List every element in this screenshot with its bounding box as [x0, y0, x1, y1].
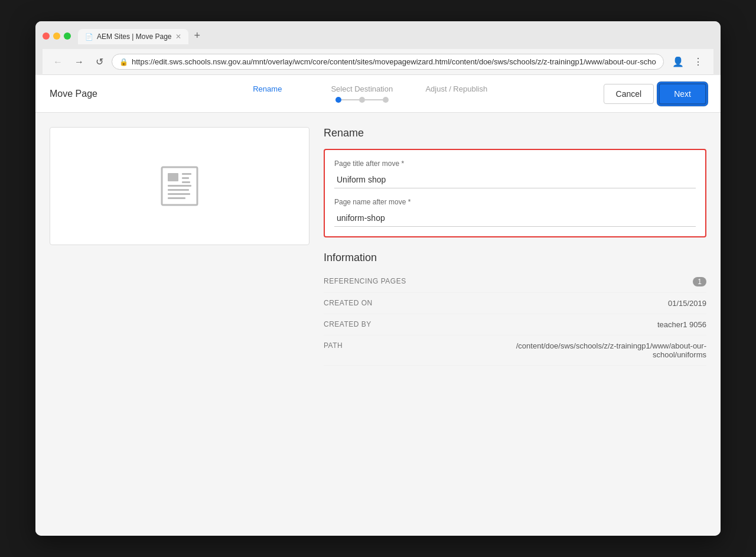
svg-rect-7	[168, 193, 190, 195]
info-row-path: PATH /content/doe/sws/schools/z/z-traini…	[324, 335, 706, 366]
wizard-dot-3	[383, 97, 389, 103]
header-actions: Cancel Next	[604, 83, 706, 105]
rename-form: Page title after move * Page name after …	[324, 149, 706, 237]
traffic-lights	[43, 32, 71, 40]
page-title-label: Page title after move *	[334, 159, 696, 168]
profile-button[interactable]: 👤	[669, 54, 687, 70]
toolbar-actions: 👤 ⋮	[669, 54, 706, 70]
page-name-label: Page name after move *	[334, 198, 696, 206]
created-on-value: 01/15/2019	[668, 299, 706, 308]
forward-button[interactable]: →	[71, 54, 87, 70]
path-label: PATH	[324, 341, 343, 350]
page-title: Move Page	[50, 89, 120, 99]
wizard-dot-1	[335, 97, 341, 103]
svg-rect-5	[168, 185, 191, 187]
browser-toolbar: ← → ↺ 🔒 👤 ⋮	[43, 49, 713, 75]
referencing-badge: 1	[693, 277, 706, 286]
wizard-line-1	[341, 99, 359, 100]
svg-rect-1	[168, 173, 178, 181]
active-tab[interactable]: 📄 AEM Sites | Move Page ✕	[78, 29, 188, 44]
url-input[interactable]	[132, 57, 656, 66]
tab-bar: 📄 AEM Sites | Move Page ✕ +	[78, 27, 205, 44]
rename-section-title: Rename	[324, 127, 706, 139]
page-preview-icon	[156, 162, 203, 210]
created-by-label: CREATED BY	[324, 320, 372, 328]
svg-rect-8	[168, 197, 185, 199]
svg-rect-4	[182, 181, 190, 183]
info-section: Information REFERENCING PAGES 1 CREATED …	[324, 252, 706, 366]
referencing-label: REFERENCING PAGES	[324, 277, 406, 285]
new-tab-button[interactable]: +	[190, 27, 206, 44]
wizard-step-adjust: Adjust / Republish	[409, 84, 504, 93]
next-button[interactable]: Next	[659, 83, 706, 105]
info-section-title: Information	[324, 252, 706, 264]
browser-chrome: 📄 AEM Sites | Move Page ✕ + ← → ↺ 🔒 👤 ⋮	[35, 21, 721, 75]
tab-favicon: 📄	[85, 33, 93, 41]
wizard-line-2	[365, 99, 383, 100]
page-title-input[interactable]	[334, 171, 696, 188]
right-panel: Rename Page title after move * Page name…	[324, 127, 706, 366]
titlebar: 📄 AEM Sites | Move Page ✕ +	[43, 27, 713, 44]
svg-rect-3	[182, 177, 189, 179]
created-on-label: CREATED ON	[324, 299, 373, 307]
browser-window: 📄 AEM Sites | Move Page ✕ + ← → ↺ 🔒 👤 ⋮	[35, 21, 721, 536]
minimize-traffic-light[interactable]	[53, 32, 60, 40]
wizard-steps: Rename Select Destination Adjust / Repub…	[120, 84, 604, 103]
wizard-step-rename: Rename	[220, 84, 315, 93]
app-header: Move Page Rename Select Destination Adju…	[35, 75, 721, 113]
tab-title: AEM Sites | Move Page	[97, 32, 172, 41]
address-bar: 🔒	[112, 54, 664, 70]
refresh-button[interactable]: ↺	[92, 54, 107, 70]
page-name-input[interactable]	[334, 210, 696, 227]
close-traffic-light[interactable]	[43, 32, 50, 40]
wizard-step-destination: Select Destination	[315, 84, 409, 93]
info-row-referencing: REFERENCING PAGES 1	[324, 271, 706, 293]
svg-rect-6	[168, 189, 189, 191]
app-content: Move Page Rename Select Destination Adju…	[35, 75, 721, 536]
back-button[interactable]: ←	[50, 54, 66, 70]
svg-rect-2	[182, 173, 191, 175]
maximize-traffic-light[interactable]	[64, 32, 71, 40]
path-value: /content/doe/sws/schools/z/z-trainingp1/…	[477, 341, 706, 359]
info-row-created-by: CREATED BY teacher1 9056	[324, 314, 706, 335]
cancel-button[interactable]: Cancel	[604, 84, 654, 104]
tab-close-button[interactable]: ✕	[175, 32, 181, 41]
wizard-labels: Rename Select Destination Adjust / Repub…	[220, 84, 504, 93]
info-row-created-on: CREATED ON 01/15/2019	[324, 293, 706, 314]
wizard-dot-2	[359, 97, 365, 103]
page-preview	[50, 127, 309, 245]
more-options-button[interactable]: ⋮	[690, 54, 706, 70]
wizard-dots	[335, 97, 389, 103]
created-by-value: teacher1 9056	[657, 320, 706, 329]
main-content: Rename Page title after move * Page name…	[35, 113, 721, 380]
lock-icon: 🔒	[119, 58, 128, 66]
